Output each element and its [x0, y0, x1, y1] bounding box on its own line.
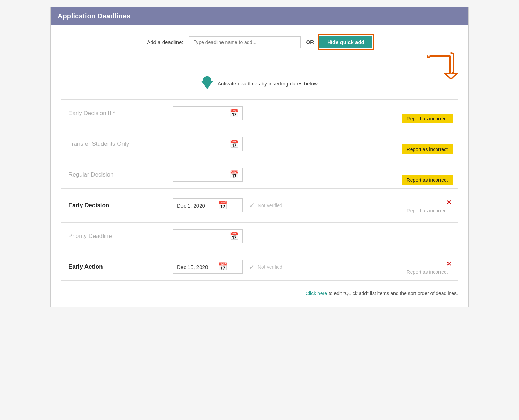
verification-area-early-decision: ✓ Not verified — [249, 201, 283, 210]
teal-down-arrow-icon — [200, 76, 214, 91]
deadline-name-transfer-students-only: Transfer Students Only — [68, 141, 173, 148]
delete-button-early-decision[interactable]: ✕ — [446, 198, 452, 207]
red-arrow-annotation — [61, 51, 458, 79]
activate-instruction-text: Activate deadlines by inserting dates be… — [218, 81, 319, 87]
svg-marker-0 — [427, 55, 430, 58]
deadline-name-early-decision: Early Decision — [68, 202, 173, 209]
deadline-row-regular-decision: Regular Decision 📅 Report as incorrect — [61, 161, 458, 189]
date-input-early-decision[interactable]: Dec 1, 2020 📅 — [173, 198, 243, 212]
deadline-row-transfer-students-only: Transfer Students Only 📅 Report as incor… — [61, 130, 458, 158]
deadline-name-priority-deadline: Priority Deadline — [68, 233, 173, 240]
panel-title: Application Deadlines — [58, 12, 130, 20]
calendar-icon: 📅 — [230, 170, 239, 179]
deadline-name-early-action: Early Action — [68, 263, 173, 270]
deadline-row-early-decision: Early Decision Dec 1, 2020 📅 ✓ Not verif… — [61, 192, 458, 219]
deadline-name-input[interactable] — [189, 36, 301, 48]
not-verified-label-early-decision: Not verified — [258, 203, 283, 208]
red-arrow-icon — [416, 51, 458, 79]
add-deadline-label: Add a deadline: — [147, 39, 183, 45]
delete-button-early-action[interactable]: ✕ — [446, 260, 452, 268]
deadline-row-priority-deadline: Priority Deadline 📅 — [61, 222, 458, 250]
verification-area-early-action: ✓ Not verified — [249, 263, 283, 271]
calendar-icon: 📅 — [230, 109, 239, 118]
deadline-rows-list: Early Decision II * 📅 Report as incorrec… — [61, 99, 458, 284]
check-icon-early-action: ✓ — [249, 263, 255, 271]
report-incorrect-button-transfer-students-only[interactable]: Report as incorrect — [402, 144, 453, 154]
footer-rest-text: to edit "Quick add" list items and the s… — [327, 291, 458, 296]
date-input-early-decision-ii[interactable]: 📅 — [173, 106, 243, 120]
date-input-transfer-students-only[interactable]: 📅 — [173, 137, 243, 151]
activate-instruction-row: Activate deadlines by inserting dates be… — [61, 76, 458, 91]
not-verified-label-early-action: Not verified — [258, 264, 283, 270]
date-input-regular-decision[interactable]: 📅 — [173, 168, 243, 182]
deadline-name-early-decision-ii: Early Decision II * — [68, 110, 173, 117]
date-input-priority-deadline[interactable]: 📅 — [173, 229, 243, 243]
calendar-icon: 📅 — [230, 140, 239, 149]
date-value-early-decision: Dec 1, 2020 — [177, 203, 215, 209]
footer-text: Click here to edit "Quick add" list item… — [61, 291, 458, 296]
panel-header: Application Deadlines — [51, 7, 468, 25]
add-deadline-row: Add a deadline: OR Hide quick add — [61, 36, 458, 48]
report-incorrect-button-early-decision-ii[interactable]: Report as incorrect — [402, 114, 453, 123]
report-incorrect-button-early-decision[interactable]: Report as incorrect — [402, 206, 453, 216]
hide-quick-add-button[interactable]: Hide quick add — [319, 36, 372, 48]
calendar-icon: 📅 — [230, 232, 239, 241]
check-icon-early-decision: ✓ — [249, 201, 255, 210]
deadline-name-regular-decision: Regular Decision — [68, 171, 173, 178]
deadline-row-early-action: Early Action Dec 15, 2020 📅 ✓ Not verifi… — [61, 253, 458, 281]
report-incorrect-button-regular-decision[interactable]: Report as incorrect — [402, 175, 453, 185]
footer-edit-link[interactable]: Click here — [306, 291, 327, 296]
deadline-row-early-decision-ii: Early Decision II * 📅 Report as incorrec… — [61, 99, 458, 127]
panel-body: Add a deadline: OR Hide quick add Activa… — [51, 25, 468, 307]
date-value-early-action: Dec 15, 2020 — [177, 264, 215, 270]
report-incorrect-button-early-action[interactable]: Report as incorrect — [402, 267, 453, 277]
or-separator: OR — [306, 39, 314, 45]
date-input-early-action[interactable]: Dec 15, 2020 📅 — [173, 260, 243, 274]
application-deadlines-panel: Application Deadlines Add a deadline: OR… — [50, 7, 469, 307]
calendar-icon: 📅 — [218, 262, 227, 271]
calendar-icon: 📅 — [218, 201, 227, 210]
